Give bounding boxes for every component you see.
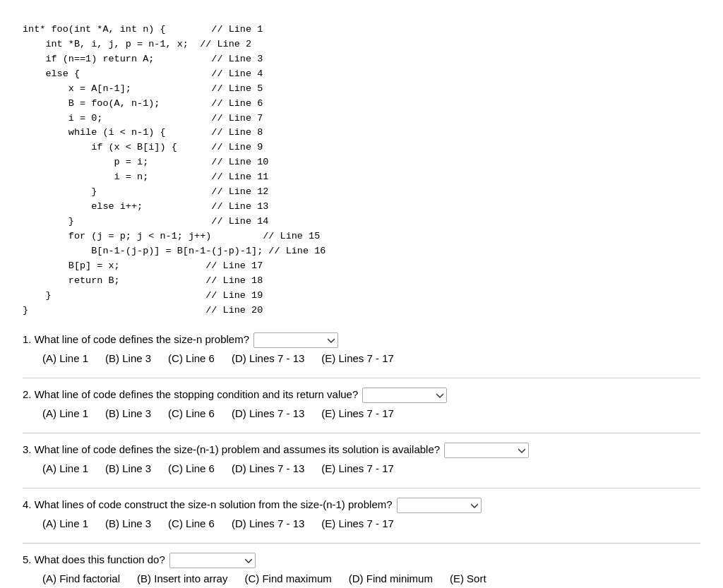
answer-select-4[interactable]: Line 1Line 3Line 6Lines 7 - 13Lines 7 - … (397, 498, 482, 513)
choice-item: (D) Lines 7 - 13 (232, 406, 304, 422)
answer-select-3[interactable]: Line 1Line 3Line 6Lines 7 - 13Lines 7 - … (444, 443, 529, 458)
question-row-4: 4. What lines of code construct the size… (23, 497, 700, 532)
choice-item: (A) Find factorial (42, 571, 120, 587)
choice-item: (D) Lines 7 - 13 (232, 516, 304, 532)
choice-item: (E) Lines 7 - 17 (321, 461, 394, 477)
choice-item: (C) Find maximum (244, 571, 331, 587)
choice-item: (A) Line 1 (42, 516, 88, 532)
choices-line-3: (A) Line 1(B) Line 3(C) Line 6(D) Lines … (23, 461, 700, 477)
choice-item: (B) Insert into array (137, 571, 227, 587)
choices-line-4: (A) Line 1(B) Line 3(C) Line 6(D) Lines … (23, 516, 700, 532)
choice-item: (C) Line 6 (168, 351, 215, 367)
choice-item: (E) Sort (450, 571, 486, 587)
question-row-5: 5. What does this function do?Find facto… (23, 552, 700, 587)
choice-item: (E) Lines 7 - 17 (321, 351, 394, 367)
question-text-3: 3. What line of code defines the size-(n… (23, 442, 440, 458)
question-text-5: 5. What does this function do? (23, 552, 165, 568)
question-row-2: 2. What line of code defines the stoppin… (23, 387, 700, 421)
questions-section: 1. What line of code defines the size-n … (23, 332, 700, 587)
choice-item: (A) Line 1 (42, 406, 88, 422)
question-text-2: 2. What line of code defines the stoppin… (23, 387, 358, 403)
question-row-3: 3. What line of code defines the size-(n… (23, 442, 700, 476)
question-row-1: 1. What line of code defines the size-n … (23, 332, 700, 366)
choice-item: (C) Line 6 (168, 406, 215, 422)
choice-item: (C) Line 6 (168, 461, 215, 477)
question-line-1: 1. What line of code defines the size-n … (23, 332, 700, 348)
choice-item: (C) Line 6 (168, 516, 215, 532)
question-line-2: 2. What line of code defines the stoppin… (23, 387, 700, 403)
divider (23, 378, 700, 378)
answer-select-5[interactable]: Find factorialInsert into arrayFind maxi… (169, 553, 256, 568)
divider (23, 543, 700, 544)
question-text-4: 4. What lines of code construct the size… (23, 497, 393, 513)
choice-item: (B) Line 3 (105, 461, 151, 477)
choices-line-2: (A) Line 1(B) Line 3(C) Line 6(D) Lines … (23, 406, 700, 422)
choice-item: (E) Lines 7 - 17 (321, 406, 394, 422)
choices-line-5: (A) Find factorial(B) Insert into array(… (23, 571, 700, 587)
choice-item: (A) Line 1 (42, 461, 88, 477)
code-block: int* foo(int *A, int n) { // Line 1 int … (23, 23, 700, 318)
answer-select-1[interactable]: Line 1Line 3Line 6Lines 7 - 13Lines 7 - … (253, 332, 338, 348)
question-line-4: 4. What lines of code construct the size… (23, 497, 700, 513)
choice-item: (D) Lines 7 - 13 (232, 351, 304, 367)
divider (23, 488, 700, 488)
answer-select-2[interactable]: Line 1Line 3Line 6Lines 7 - 13Lines 7 - … (362, 388, 447, 403)
choice-item: (E) Lines 7 - 17 (321, 516, 394, 532)
choice-item: (B) Line 3 (105, 351, 151, 367)
choice-item: (B) Line 3 (105, 516, 151, 532)
choice-item: (A) Line 1 (42, 351, 88, 367)
choice-item: (D) Find minimum (349, 571, 433, 587)
choices-line-1: (A) Line 1(B) Line 3(C) Line 6(D) Lines … (23, 351, 700, 367)
question-line-5: 5. What does this function do?Find facto… (23, 552, 700, 568)
choice-item: (D) Lines 7 - 13 (232, 461, 304, 477)
question-text-1: 1. What line of code defines the size-n … (23, 332, 249, 348)
question-line-3: 3. What line of code defines the size-(n… (23, 442, 700, 458)
choice-item: (B) Line 3 (105, 406, 151, 422)
divider (23, 433, 700, 433)
